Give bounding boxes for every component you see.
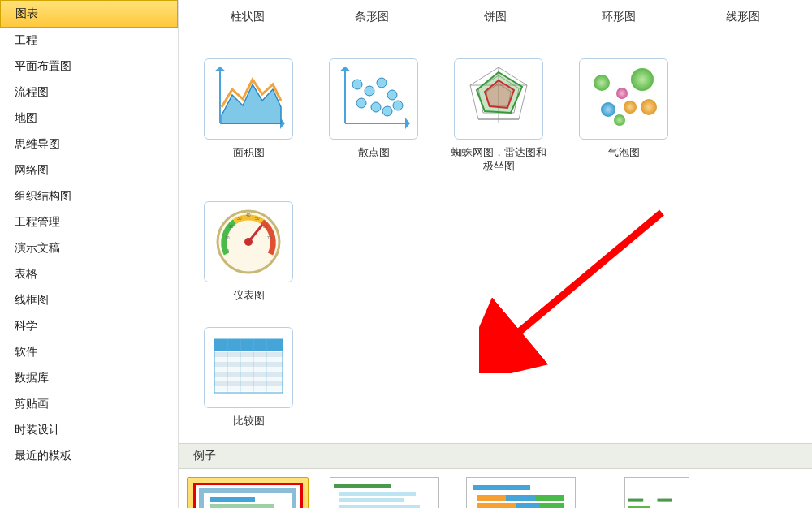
example-thumbnail	[466, 477, 576, 508]
sidebar-item-table[interactable]: 表格	[0, 261, 178, 287]
svg-point-13	[356, 98, 366, 108]
sidebar-item-presentation[interactable]: 演示文稿	[0, 235, 178, 261]
example-plan-management-bar[interactable]: Plan Management Bar	[323, 477, 445, 508]
examples-section-header: 例子	[179, 443, 812, 469]
chart-type-comparison[interactable]: 比较图	[200, 327, 297, 428]
svg-marker-2	[214, 67, 226, 71]
svg-rect-81	[535, 495, 564, 501]
svg-rect-78	[473, 485, 530, 490]
example-items-comparison-bar[interactable]: Items Comparison Bar	[187, 477, 309, 508]
example-100-stacked-bar[interactable]: 100% Stacked Bar	[460, 477, 581, 508]
svg-point-15	[382, 106, 392, 116]
chart-type-pie-label[interactable]: 饼图	[447, 10, 543, 24]
svg-rect-49	[214, 377, 283, 381]
chart-type-area[interactable]: 面积图	[200, 58, 297, 174]
svg-text:40: 40	[246, 213, 251, 217]
sidebar-item-software[interactable]: 软件	[0, 339, 178, 365]
svg-point-11	[377, 78, 387, 88]
example-compa[interactable]: Compa	[596, 477, 718, 508]
sidebar-item-floorplan[interactable]: 平面布置图	[0, 54, 178, 80]
sidebar-item-recent[interactable]: 最近的模板	[0, 443, 178, 469]
svg-text:50: 50	[255, 216, 260, 221]
chart-type-row-1-labels: 柱状图 条形图 饼图 环形图 线形图	[179, 0, 812, 24]
chart-type-row-3: 比较图	[179, 327, 812, 428]
bubble-chart-icon	[579, 58, 668, 140]
sidebar-item-network[interactable]: 网络图	[0, 157, 178, 183]
chart-type-line-label[interactable]: 线形图	[695, 10, 791, 24]
svg-text:70: 70	[267, 235, 272, 240]
chart-type-row-2: 面积图 散点图	[179, 58, 812, 303]
template-content: 柱状图 条形图 饼图 环形图 线形图 面积图	[179, 0, 812, 508]
svg-rect-45	[214, 357, 283, 362]
chart-type-scatter[interactable]: 散点图	[325, 58, 422, 174]
svg-rect-51	[214, 386, 283, 391]
svg-rect-79	[477, 495, 506, 501]
svg-point-30	[641, 99, 657, 115]
svg-text:60: 60	[263, 224, 268, 229]
svg-rect-83	[516, 503, 540, 508]
sidebar-item-charts[interactable]: 图表	[0, 0, 178, 28]
svg-rect-98	[658, 498, 673, 501]
svg-rect-60	[210, 504, 274, 508]
svg-text:20: 20	[229, 224, 234, 229]
sidebar-item-orgchart[interactable]: 组织结构图	[0, 183, 178, 209]
svg-rect-80	[506, 495, 535, 501]
svg-text:0: 0	[227, 248, 229, 253]
svg-rect-47	[214, 367, 283, 372]
svg-rect-67	[334, 484, 391, 488]
svg-rect-82	[477, 503, 516, 508]
svg-rect-68	[339, 492, 416, 496]
svg-marker-7	[339, 67, 351, 71]
sidebar-item-mindmap[interactable]: 思维导图	[0, 131, 178, 157]
svg-rect-69	[339, 498, 404, 502]
svg-rect-44	[214, 352, 283, 357]
svg-rect-48	[214, 372, 283, 377]
sidebar-item-clipart[interactable]: 剪贴画	[0, 391, 178, 417]
svg-rect-43	[214, 339, 283, 351]
svg-point-29	[624, 101, 637, 114]
svg-point-12	[387, 90, 397, 100]
svg-rect-46	[214, 362, 283, 367]
radar-chart-icon	[454, 58, 543, 140]
sidebar-item-science[interactable]: 科学	[0, 313, 178, 339]
svg-marker-8	[405, 118, 410, 129]
sidebar-item-map[interactable]: 地图	[0, 105, 178, 131]
sidebar-item-project[interactable]: 工程管理	[0, 209, 178, 235]
sidebar-item-database[interactable]: 数据库	[0, 365, 178, 391]
svg-text:30: 30	[237, 216, 242, 221]
chart-type-bar-label[interactable]: 条形图	[323, 10, 419, 24]
area-chart-icon	[204, 58, 293, 140]
svg-point-26	[631, 68, 654, 91]
gauge-chart-icon: 010 2030 4050 6070	[204, 201, 293, 282]
svg-point-42	[244, 238, 253, 246]
chart-type-bubble[interactable]: 气泡图	[575, 58, 672, 174]
svg-point-31	[614, 114, 625, 126]
sidebar-item-fashion[interactable]: 时装设计	[0, 417, 178, 443]
example-thumbnail	[193, 483, 303, 508]
sidebar-item-engineering[interactable]: 工程	[0, 28, 178, 54]
chart-type-gauge[interactable]: 010 2030 4050 6070 仪表图	[200, 201, 297, 303]
sidebar-item-wireframe[interactable]: 线框图	[0, 287, 178, 313]
svg-point-27	[616, 88, 628, 99]
svg-point-16	[393, 101, 403, 110]
example-thumbnail	[330, 477, 439, 508]
scatter-chart-icon	[329, 58, 418, 140]
svg-rect-97	[628, 498, 644, 501]
svg-point-25	[594, 75, 610, 91]
sidebar-item-flowchart[interactable]: 流程图	[0, 80, 178, 105]
svg-point-28	[601, 102, 615, 117]
svg-rect-70	[339, 505, 420, 508]
svg-rect-59	[210, 497, 255, 502]
category-sidebar: 图表 工程 平面布置图 流程图 地图 思维导图 网络图 组织结构图 工程管理 演…	[0, 0, 179, 508]
svg-rect-50	[214, 381, 283, 386]
svg-text:10: 10	[225, 235, 230, 240]
chart-type-radar[interactable]: 蜘蛛网图，雷达图和极坐图	[450, 58, 547, 174]
svg-point-14	[371, 102, 381, 112]
chart-type-doughnut-label[interactable]: 环形图	[571, 10, 667, 24]
chart-type-column-label[interactable]: 柱状图	[200, 10, 296, 24]
svg-point-9	[352, 80, 362, 89]
svg-rect-84	[540, 503, 564, 508]
examples-row: Items Comparison Bar Plan Mana	[179, 469, 812, 508]
svg-point-10	[365, 86, 374, 96]
comparison-chart-icon	[204, 327, 293, 408]
